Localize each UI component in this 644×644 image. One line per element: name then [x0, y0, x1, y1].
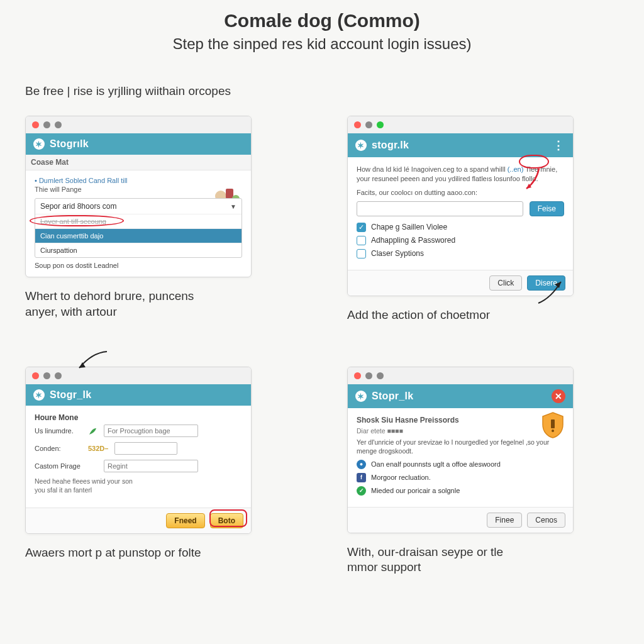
- panel-paragraph: Yer dl'unricie of your srevizae ło I nou…: [357, 438, 564, 455]
- facebook-icon: f: [357, 473, 366, 482]
- minimize-traffic-icon[interactable]: [43, 121, 50, 128]
- window-traffic-lights: [26, 116, 251, 133]
- annotation-circle-icon: [209, 509, 247, 527]
- section-header: Coase Mat: [26, 155, 251, 170]
- panel-caption: Awaers mort p at punstop or folte: [25, 545, 214, 561]
- code-badge: 532D–: [88, 445, 108, 452]
- checkbox-label: Claser Syptions: [371, 249, 424, 258]
- checkbox-label: Chape g Saillen Violee: [371, 223, 447, 231]
- text-input[interactable]: [114, 442, 177, 455]
- checkbox-icon: [357, 236, 366, 245]
- brand-label: Stogrılk: [50, 138, 89, 150]
- cancel-button[interactable]: Cenos: [527, 513, 565, 528]
- dialog-4: ✶ Stopr_lk ✕ Shosk Siu Hasne Preissords …: [347, 367, 574, 533]
- panel-caption: Add the action of choetmor: [347, 308, 536, 323]
- zoom-traffic-icon[interactable]: [377, 121, 384, 128]
- page-title: Comale dog (Commo): [25, 10, 619, 31]
- inline-link[interactable]: (..en): [508, 165, 524, 173]
- cancel-button[interactable]: Click: [489, 275, 522, 291]
- panel-caption: Whert to dehord brure, puncens anyer, wi…: [25, 289, 214, 319]
- bullet-row: fMorgoor recluation.: [357, 473, 564, 482]
- footer-text: Soup pon os dostit Leadnel: [35, 262, 242, 269]
- shield-icon: [541, 412, 564, 438]
- dropdown[interactable]: Sepor arid 8hoors com ▼ Lover ant tiff s…: [35, 198, 242, 258]
- submit-button[interactable]: Feise: [530, 201, 564, 216]
- text-input[interactable]: [357, 201, 523, 216]
- page-subtitle: Step the sinped res kid account login is…: [25, 35, 619, 53]
- kebab-menu-icon[interactable]: ⋮: [553, 138, 565, 152]
- secondary-button[interactable]: Fneed: [166, 513, 204, 528]
- form-heading: Houre Mone: [35, 413, 242, 422]
- brand-icon: ✶: [33, 389, 45, 401]
- svg-rect-1: [226, 189, 233, 199]
- titlebar: ✶ stogr.lk ⋮: [348, 133, 573, 157]
- titlebar: ✶ Stogr_lk: [26, 384, 251, 406]
- checkbox-label: Adhappling & Passwored: [371, 236, 455, 245]
- chevron-down-icon: ▼: [230, 203, 236, 210]
- titlebar: ✶ Stopr_lk ✕: [348, 384, 573, 408]
- dropdown-option[interactable]: Ciurspattion: [35, 243, 242, 257]
- minimize-traffic-icon[interactable]: [43, 372, 50, 379]
- window-traffic-lights: [26, 367, 251, 384]
- text-input[interactable]: [104, 460, 198, 472]
- close-traffic-icon[interactable]: [32, 372, 39, 379]
- close-traffic-icon[interactable]: [354, 121, 361, 128]
- window-traffic-lights: [348, 116, 573, 133]
- note-text: Thie will Pange: [35, 186, 242, 193]
- minimize-traffic-icon[interactable]: [365, 372, 372, 379]
- ok-button[interactable]: Disere: [527, 275, 565, 291]
- svg-point-4: [552, 430, 554, 432]
- zoom-traffic-icon[interactable]: [55, 121, 62, 128]
- dropdown-option-selected[interactable]: Cian cusmerttib dajo: [35, 228, 242, 243]
- panel-heading: Shosk Siu Hasne Preissords: [357, 416, 564, 425]
- text-input[interactable]: [104, 425, 198, 437]
- titlebar: ✶ Stogrılk: [26, 133, 251, 155]
- dialog-3: ✶ Stogr_lk Houre Mone Us linumdre. Conde…: [25, 367, 252, 533]
- field-label: Us linumdre.: [35, 427, 82, 435]
- hint-text: Need heahe fleees wnid your son you sfal…: [35, 477, 135, 494]
- panel-subheading: Diar etete ■■■■: [357, 427, 564, 435]
- intro-text: Be free | rise is yrjlling wiithain orco…: [25, 84, 619, 98]
- checkbox-checked-icon: ✓: [357, 223, 366, 232]
- close-traffic-icon[interactable]: [354, 372, 361, 379]
- checkbox-row[interactable]: ✓Chape g Saillen Violee: [357, 223, 564, 232]
- field-label: Conden:: [35, 445, 82, 452]
- brand-icon: ✶: [355, 140, 367, 151]
- brand-label: stogr.lk: [372, 140, 409, 151]
- zoom-traffic-icon[interactable]: [55, 372, 62, 379]
- bullet-item: • Dumlert Sobled Cand Rall till: [35, 177, 242, 184]
- brand-icon: ✶: [355, 391, 367, 402]
- dialog-1: ✶ Stogrılk Coase Mat • Dumlert Sobled Ca…: [25, 116, 252, 277]
- panel-caption: With, our-draisan seype or tle mmor supp…: [347, 545, 536, 575]
- checkbox-row[interactable]: Claser Syptions: [357, 249, 564, 258]
- annotation-circle-icon: [30, 215, 124, 226]
- zoom-traffic-icon[interactable]: [377, 372, 384, 379]
- svg-rect-3: [551, 419, 555, 428]
- bullet-row: ●Oan enalf pounnsts uglt a offoe aleswoo…: [357, 460, 564, 469]
- brand-label: Stopr_lk: [372, 391, 413, 402]
- info-icon: ●: [357, 460, 366, 469]
- leaf-icon: [88, 426, 97, 436]
- annotation-circle-icon: [519, 155, 549, 169]
- checkbox-icon: [357, 249, 366, 258]
- brand-icon: ✶: [33, 138, 45, 150]
- dialog-2: ✶ stogr.lk ⋮ How đna ld kid lé Inagoiven…: [347, 116, 574, 296]
- checkbox-row[interactable]: Adhappling & Passwored: [357, 236, 564, 245]
- secondary-button[interactable]: Finee: [487, 513, 522, 528]
- close-traffic-icon[interactable]: [32, 121, 39, 128]
- close-icon[interactable]: ✕: [552, 389, 565, 403]
- brand-label: Stogr_lk: [50, 389, 91, 401]
- field-label: Castom Pirage: [35, 462, 82, 470]
- check-icon: ✓: [357, 486, 366, 496]
- dropdown-value: Sepor arid 8hoors com: [40, 202, 116, 211]
- line-text: Facits, our coolocı on dutting aaoo.con:: [357, 189, 564, 196]
- window-traffic-lights: [348, 367, 573, 384]
- bullet-row: ✓Mieded our poricair a solgnle: [357, 486, 564, 496]
- minimize-traffic-icon[interactable]: [365, 121, 372, 128]
